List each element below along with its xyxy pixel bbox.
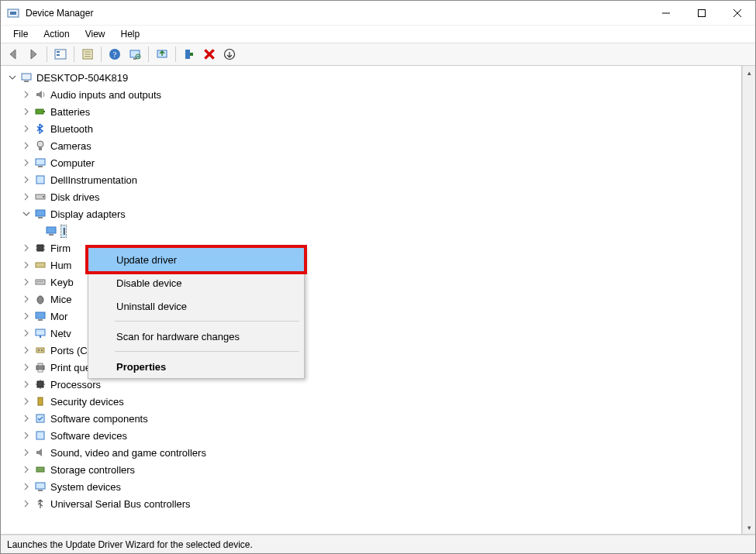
chevron-right-icon[interactable]	[21, 447, 32, 458]
context-separator	[115, 351, 299, 352]
tree-item-label: Universal Serial Bus controllers	[50, 498, 191, 510]
tree-item-label: Processors	[50, 379, 101, 391]
tree-item-computer[interactable]: Computer	[5, 154, 741, 171]
menu-view[interactable]: View	[78, 27, 113, 41]
chevron-right-icon[interactable]	[21, 277, 32, 287]
tree-item-audio[interactable]: Audio inputs and outputs	[5, 86, 741, 103]
scan-hardware-button[interactable]	[126, 45, 144, 64]
chevron-right-icon[interactable]	[21, 260, 32, 270]
chevron-right-icon[interactable]	[21, 464, 32, 475]
menu-file[interactable]: File	[5, 27, 36, 41]
chevron-right-icon[interactable]	[21, 89, 32, 100]
svg-rect-7	[57, 51, 60, 53]
vertical-scrollbar[interactable]: ▴ ▾	[742, 66, 755, 534]
tree-item-label: Security devices	[50, 396, 124, 408]
context-update-driver[interactable]: Update driver	[88, 248, 304, 271]
chevron-right-icon[interactable]	[21, 157, 32, 168]
chevron-right-icon[interactable]	[21, 294, 32, 305]
menu-action[interactable]: Action	[36, 27, 77, 41]
forward-button[interactable]	[24, 45, 43, 64]
app-icon	[7, 7, 19, 19]
svg-rect-36	[47, 227, 56, 233]
monitor-icon	[33, 309, 47, 323]
scroll-up-button[interactable]: ▴	[743, 66, 755, 79]
tree-item-sound[interactable]: Sound, video and game controllers	[5, 444, 741, 461]
chevron-right-icon[interactable]	[21, 311, 32, 322]
tree-item-software-devices[interactable]: Software devices	[5, 427, 741, 444]
software-icon	[33, 411, 47, 425]
show-hide-tree-button[interactable]	[51, 45, 70, 64]
tree-item-security-devices[interactable]: Security devices	[5, 393, 741, 410]
chevron-right-icon[interactable]	[21, 413, 32, 424]
tree-item-cameras[interactable]: Cameras	[5, 137, 741, 154]
svg-rect-34	[36, 210, 45, 216]
chevron-right-icon[interactable]	[21, 191, 32, 202]
tree-item-label: I	[61, 225, 66, 237]
maximize-button[interactable]	[684, 1, 720, 26]
disk-icon	[33, 190, 47, 204]
update-driver-button[interactable]	[153, 45, 171, 64]
usb-icon	[33, 497, 47, 511]
svg-rect-30	[38, 166, 43, 167]
chevron-right-icon[interactable]	[21, 430, 32, 441]
status-text: Launches the Update Driver Wizard for th…	[7, 539, 253, 550]
camera-icon	[33, 139, 47, 153]
add-legacy-hardware-button[interactable]	[180, 45, 198, 64]
tree-item-dellinstrumentation[interactable]: DellInstrumentation	[5, 171, 741, 188]
svg-rect-8	[57, 54, 60, 56]
chevron-right-icon[interactable]	[21, 174, 32, 185]
chevron-right-icon[interactable]	[21, 345, 32, 356]
tree-item-system-devices[interactable]: System devices	[5, 478, 741, 495]
tree-item-bluetooth[interactable]: Bluetooth	[5, 120, 741, 137]
properties-button[interactable]	[78, 45, 97, 64]
context-scan-hardware[interactable]: Scan for hardware changes	[88, 325, 304, 348]
context-uninstall-device[interactable]: Uninstall device	[88, 294, 304, 318]
titlebar: Device Manager	[1, 1, 755, 26]
svg-rect-18	[185, 50, 190, 59]
disable-device-button[interactable]	[220, 45, 239, 64]
svg-rect-54	[36, 348, 44, 353]
menu-help[interactable]: Help	[113, 27, 148, 41]
chevron-right-icon[interactable]	[21, 243, 32, 253]
scroll-down-button[interactable]: ▾	[743, 521, 755, 534]
context-properties[interactable]: Properties	[88, 355, 304, 378]
window-title: Device Manager	[26, 8, 648, 19]
help-topics-button[interactable]: ?	[105, 45, 124, 64]
system-icon	[33, 480, 47, 494]
close-button[interactable]	[720, 1, 755, 26]
chevron-right-icon[interactable]	[21, 106, 32, 117]
tree-item-batteries[interactable]: Batteries	[5, 103, 741, 120]
chevron-right-icon[interactable]	[21, 396, 32, 407]
tree-item-label: Storage controllers	[50, 464, 135, 476]
context-disable-device[interactable]: Disable device	[88, 271, 304, 294]
tree-item-label: Display adapters	[50, 208, 126, 220]
svg-rect-35	[38, 217, 43, 219]
tree-item-label: Netv	[50, 328, 71, 339]
svg-rect-29	[36, 159, 45, 165]
chevron-right-icon[interactable]	[21, 328, 32, 339]
svg-rect-52	[36, 329, 45, 335]
chevron-right-icon[interactable]	[21, 123, 32, 134]
uninstall-button[interactable]	[200, 45, 219, 64]
minimize-button[interactable]	[648, 1, 684, 26]
svg-rect-28	[39, 147, 42, 150]
tree-item-display-adapter-child[interactable]: I	[5, 222, 741, 239]
tree-item-storage-controllers[interactable]: Storage controllers	[5, 461, 741, 478]
chevron-right-icon[interactable]	[21, 481, 32, 492]
tree-item-usb[interactable]: Universal Serial Bus controllers	[5, 495, 741, 512]
back-button[interactable]	[4, 45, 22, 64]
chevron-right-icon[interactable]	[21, 362, 32, 373]
context-item-label: Uninstall device	[116, 301, 187, 312]
chevron-right-icon[interactable]	[21, 140, 32, 151]
tree-item-display-adapters[interactable]: Display adapters	[5, 205, 741, 222]
tree-item-software-components[interactable]: Software components	[5, 410, 741, 427]
tree-item-disk-drives[interactable]: Disk drives	[5, 188, 741, 205]
svg-rect-70	[38, 490, 43, 491]
chevron-down-icon[interactable]	[21, 208, 32, 219]
chevron-down-icon[interactable]	[7, 72, 18, 83]
chevron-right-icon[interactable]	[21, 379, 32, 390]
network-icon	[33, 326, 47, 340]
chevron-right-icon[interactable]	[21, 498, 32, 509]
tree-root[interactable]: DESKTOP-504K819	[5, 69, 741, 86]
tree-item-label: Software components	[50, 413, 148, 425]
